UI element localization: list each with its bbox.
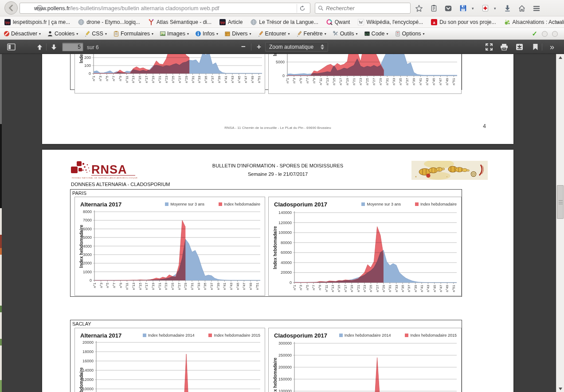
scrollbar-thumb[interactable] [557,185,564,219]
devbar-menu-misc[interactable]: Divers▾ [224,31,251,37]
bookmark-item[interactable]: aDu son pour vos proje... [431,19,496,25]
downloads-button[interactable] [501,3,513,14]
pdf-viewer-area[interactable]: Index hebdomadaire0100200300400500600700… [0,54,564,392]
svg-text:n°7: n°7 [312,284,316,290]
svg-text:n°21: n°21 [158,282,162,290]
svg-text:n°37: n°37 [211,75,215,83]
zoom-select[interactable]: Zoom automatique [265,42,328,52]
svg-text:lpp: lpp [5,21,10,24]
svg-text:n°31: n°31 [190,282,194,290]
devbar-menu-tools[interactable]: Outils▾ [333,31,358,37]
y-axis-title: Index hebdomadaire [273,54,278,56]
y-axis-title: Index hebdomadaire [273,357,278,392]
dropdown-caret-icon: ▾ [356,32,358,36]
images-icon [160,31,166,37]
bookmark-label: Wikipédia, l'encyclopé... [366,19,423,25]
presentation-mode-button[interactable] [483,42,495,52]
next-page-button[interactable] [48,42,59,52]
history-clipboard-button[interactable] [428,3,439,14]
svg-text:n°9: n°9 [318,284,322,290]
chart-legend: Index hebdomadaire 2014Index hebdomadair… [143,333,260,338]
search-bar[interactable] [315,3,411,14]
bookmark-item[interactable]: Alsacréations : Actuali... [504,19,564,25]
hamburger-menu-button[interactable] [531,3,542,14]
bookmark-item[interactable]: drone - Etymo...logiq... [78,19,140,25]
bookmarks-list: lpplespetitspois.fr | ça me...drone - Et… [4,19,564,25]
devbar-menu-code[interactable]: </>Code▾ [364,31,388,37]
legend-item: Index hebdomadaire 2014 [339,333,391,338]
devbar-menu-forms[interactable]: Formulaires▾ [113,31,153,37]
devbar-menu-images[interactable]: Images▾ [160,31,189,37]
bookmark-item[interactable]: Atlas Sémantique - di... [148,19,212,25]
svg-text:1000: 1000 [83,270,92,274]
svg-text:n°1: n°1 [92,75,96,81]
bookmark-star-button[interactable] [413,3,425,14]
site-info-icon[interactable] [36,5,43,12]
scroll-up-button[interactable] [556,54,564,61]
dropdown-caret-icon: ▾ [216,32,218,36]
devbar-menu-outline[interactable]: Entourer▾ [258,31,290,37]
bookmarks-overflow-button[interactable]: » [556,19,560,25]
toolbar-overflow-button[interactable]: » [546,42,558,52]
webdeveloper-menu-list: Désactiver▾Cookies▾CSS▾Formulaires▾Image… [4,31,425,37]
devbar-menu-disable[interactable]: Désactiver▾ [4,31,41,37]
devbar-menu-label: CSS [92,31,103,37]
svg-text:100000: 100000 [278,389,292,392]
save-page-button[interactable] [457,3,469,14]
bookmark-item[interactable]: lppArticle [219,19,243,25]
addon-dropdown-caret[interactable]: ▾ [494,6,498,11]
svg-text:n°21: n°21 [352,78,356,85]
devbar-menu-info[interactable]: Infos▾ [195,31,218,37]
svg-text:n°47: n°47 [242,282,246,290]
sidebar-toggle-button[interactable] [5,42,17,52]
svg-text:8000: 8000 [83,210,92,214]
legend-swatch-icon [208,334,212,337]
svg-text:n°27: n°27 [372,78,376,85]
chart-title: Cladosporium 2017 [274,201,327,208]
zoom-out-button[interactable]: − [238,42,249,52]
print-button[interactable] [498,42,510,52]
page-number-input[interactable] [62,43,83,51]
devbar-menu-window[interactable]: Fenêtre▾ [296,31,326,37]
svg-text:n°43: n°43 [231,75,235,83]
bookmark-button[interactable] [529,42,541,52]
save-dropdown-caret[interactable]: ▾ [472,6,476,11]
svg-text:n°49: n°49 [445,78,449,85]
bookmark-item[interactable]: Qwant [326,19,350,25]
previous-page-button[interactable] [34,42,45,52]
svg-text:n°5: n°5 [105,75,109,81]
devbar-menu-options[interactable]: Options▾ [395,31,425,37]
svg-text:60000: 60000 [281,250,292,255]
svg-text:n°23: n°23 [359,78,363,85]
bookmark-item[interactable]: lpplespetitspois.fr | ça me... [4,19,70,25]
devbar-menu-css[interactable]: CSS▾ [84,31,107,37]
page4-footer: RNSA - 11 Chemin de la creuzille - Le PL… [42,126,513,130]
reload-button[interactable] [297,4,307,13]
svg-text:n°25: n°25 [171,75,175,83]
url-bar[interactable]: www.pollens.fr/les-bulletins/images/bull… [20,3,310,14]
search-input[interactable] [326,5,401,12]
svg-text:n°43: n°43 [425,78,429,85]
y-axis-title: Index hebdomadaire [79,54,84,63]
svg-text:W: W [359,20,364,25]
addon-red-cross-button[interactable] [479,3,491,14]
back-button[interactable] [4,1,18,15]
devbar-menu-cookies[interactable]: Cookies▾ [47,31,78,37]
devbar-menu-label: Désactiver [11,31,37,37]
download-button[interactable] [513,42,525,52]
scroll-down-button[interactable] [556,385,564,392]
zoom-in-button[interactable]: + [253,42,265,52]
svg-text:140000: 140000 [278,210,292,215]
scrollbar[interactable] [556,54,564,392]
navbar-buttons: ▾ ▾ [413,0,542,16]
legend-swatch-icon [361,202,365,206]
svg-text:n°45: n°45 [432,78,436,85]
svg-text:n°29: n°29 [382,284,386,292]
bookmark-item[interactable]: WWikipédia, l'encyclopé... [358,19,423,25]
pocket-button[interactable] [443,3,454,14]
dropdown-caret-icon: ▾ [39,32,41,36]
bookmark-item[interactable]: Le Trésor de la Langue... [251,19,318,25]
svg-text:</>: </> [364,32,370,36]
home-button[interactable] [516,3,528,14]
chart-page4-left: Index hebdomadaire0100200300400500600700… [74,54,265,93]
